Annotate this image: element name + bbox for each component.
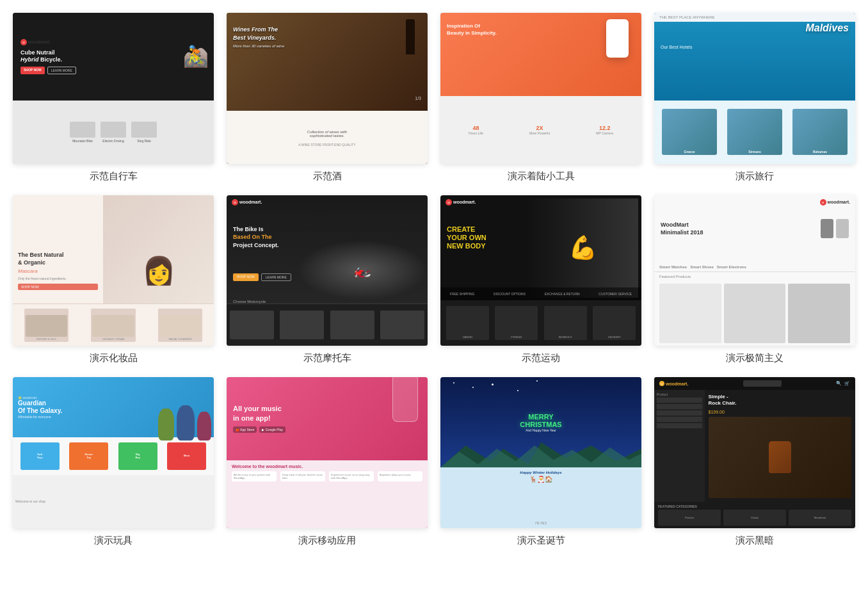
travel-destinations: Greece Sirmans Bahamas (654, 101, 855, 164)
card-label-gadget: 演示着陆小工具 (508, 170, 575, 182)
card-label-cosmetics: 演示化妆品 (90, 352, 138, 364)
card-label-motorcycle: 示范摩托车 (303, 352, 351, 364)
music-store-btns: 🍎 App Store ▶ Google Play (233, 426, 285, 433)
card-image-bicycle: w woodmart. Cube NutrailHybrid Bicycle. … (13, 13, 214, 164)
minimal-featured-items (654, 281, 855, 346)
dark-product-image (709, 417, 852, 498)
card-image-cosmetics: The Best Natural& Organic Mascara Only t… (13, 195, 214, 346)
moto-logo: w woodmart. (232, 199, 262, 206)
dark-footer: FEATURED CATEGORIES Product Clocks Woodm… (654, 502, 855, 528)
toys-hero-text: GuardianOf The Galaxy. (18, 400, 62, 415)
card-image-travel: THE BEST PLACE ANYWHERE Maldives Our Bes… (654, 13, 855, 164)
card-image-music: All your musicin one app! 🍎 App Store ▶ … (227, 377, 428, 528)
music-hero-text: All your musicin one app! (233, 404, 285, 423)
card-image-sport: w woodmart. CREATEYOUR OWNNEW BODY 💪 FRE… (440, 195, 641, 346)
moto-bike-icon: 🏍️ (297, 240, 428, 300)
minimal-featured: Featured Products (654, 271, 855, 281)
card-image-gadget: Inspiration OfBeauty in Simplicity. 48 H… (440, 13, 641, 164)
sport-hero-text: CREATEYOUR OWNNEW BODY (447, 225, 486, 251)
dark-price: $199.00 (709, 410, 852, 414)
gadget-hero-text: Inspiration OfBeauty in Simplicity. (447, 22, 497, 36)
bicycle-hero-text: Cube NutrailHybrid Bicycle. (20, 49, 206, 64)
cosmetics-btn: SHOP NOW (18, 284, 98, 290)
card-label-wine: 示范酒 (313, 170, 342, 182)
card-image-minimal: w woodmart. WoodMartMinimalist 2018 Smar… (654, 195, 855, 346)
toys-subtitle: Affordable for everyone (18, 415, 62, 419)
gadget-stats: 48 Hours Life 2X More Powerful 12.2 MP C… (440, 96, 641, 164)
card-image-dark: w woodmart. 🔍 🛒 Product (654, 377, 855, 528)
cosmetics-subtitle: Mascara (18, 268, 98, 274)
music-features: Welcome to the woodmart music. All the m… (227, 460, 428, 528)
card-label-music: 演示移动应用 (298, 535, 356, 547)
card-label-travel: 演示旅行 (735, 170, 774, 182)
demo-grid: w woodmart. Cube NutrailHybrid Bicycle. … (13, 13, 855, 547)
travel-subtext: Our Best Hotels (661, 45, 692, 49)
music-welcome-text: Welcome to the woodmart music. (232, 464, 422, 469)
bicycle-btn-shop: SHOP NOW (20, 67, 45, 74)
xmas-hero-text: MERRYCHRISTMAS And Happy New Year (520, 413, 561, 432)
sport-person-icon: 💪 (527, 198, 638, 298)
dark-header: w woodmart. 🔍 🛒 (654, 377, 855, 390)
bicycle-btn-learn: LEARN MORE (47, 67, 76, 74)
bicycle-footer: Mountain Bike Electric Driving Sing Ride (13, 101, 214, 164)
cosmetics-person-icon: 👩 (142, 255, 175, 286)
card-label-toys: 演示玩具 (94, 535, 133, 547)
music-phone-mockup (392, 377, 418, 422)
card-wine[interactable]: Wines From TheBest Vineyards.More than 3… (227, 13, 428, 182)
sport-features: FREE SHIPPING DISCOUNT OPTIONS EXCHANGE … (440, 287, 641, 300)
wine-counter: 1/3 (415, 96, 421, 101)
moto-categories (227, 303, 428, 346)
card-music[interactable]: All your musicin one app! 🍎 App Store ▶ … (227, 377, 428, 547)
card-christmas[interactable]: MERRYCHRISTMAS And Happy New Year Happy … (440, 377, 641, 547)
card-dark[interactable]: w woodmart. 🔍 🛒 Product (654, 377, 855, 547)
toys-bottom: Welcome to our shop (13, 475, 214, 528)
card-motorcycle[interactable]: w woodmart. The Bike IsBased On TheProje… (227, 195, 428, 365)
sport-categories: CARDIO FITNESS WORKOUT CROSSFIT (440, 300, 641, 346)
travel-hero-text: Maldives (805, 22, 849, 34)
card-label-bicycle: 示范自行车 (90, 170, 138, 182)
wine-hero-text: Wines From TheBest Vineyards.More than 3… (233, 26, 284, 50)
card-label-christmas: 演示圣诞节 (517, 535, 565, 547)
minimal-logo: w woodmart. (820, 199, 850, 206)
toys-categories: SoftToys HectorToy BigBoy More (13, 437, 214, 475)
card-image-christmas: MERRYCHRISTMAS And Happy New Year Happy … (440, 377, 641, 528)
card-label-sport: 示范运动 (522, 352, 560, 364)
card-cosmetics[interactable]: The Best Natural& Organic Mascara Only t… (13, 195, 214, 365)
cosmetics-desc: Only the finest natural ingredients. (18, 277, 98, 281)
dark-hero-text: Simple -Rock Chair. (709, 394, 852, 407)
card-image-motorcycle: w woodmart. The Bike IsBased On TheProje… (227, 195, 428, 346)
xmas-app-text: ПК ЛЕЗ (440, 521, 641, 525)
wine-collection-text: A WINE STORE FRONT-END QUALITY (298, 143, 355, 147)
minimal-products-label: Smart Watches Smart Shoes Smart Electron… (654, 263, 855, 271)
moto-buttons: SHOP NOW LEARN MORE (233, 273, 291, 281)
dark-content: Product Simple -Rock Chair. $199.00 (654, 390, 855, 502)
card-image-wine: Wines From TheBest Vineyards.More than 3… (227, 13, 428, 164)
wine-bottom-text: Collection of wines withsophisticated ta… (305, 127, 350, 140)
card-sport[interactable]: w woodmart. CREATEYOUR OWNNEW BODY 💪 FRE… (440, 195, 641, 365)
card-label-dark: 演示黑暗 (735, 535, 774, 547)
xmas-bottom: Happy Winter Holidays 🦌🎅🏠 ПК ЛЕЗ (440, 467, 641, 528)
card-bicycle[interactable]: w woodmart. Cube NutrailHybrid Bicycle. … (13, 13, 214, 182)
card-image-toys: 🌟 woodmart. GuardianOf The Galaxy. Affor… (13, 377, 214, 528)
moto-hero-text: The Bike IsBased On TheProject Concept. (233, 225, 279, 250)
card-gadget[interactable]: Inspiration OfBeauty in Simplicity. 48 H… (440, 13, 641, 182)
wm-logo-bicycle: w woodmart. (20, 39, 206, 45)
sport-logo: w woodmart. (446, 199, 476, 206)
card-minimal[interactable]: w woodmart. WoodMartMinimalist 2018 Smar… (654, 195, 855, 365)
card-travel[interactable]: THE BEST PLACE ANYWHERE Maldives Our Bes… (654, 13, 855, 182)
cosmetics-products: SERUMS & OILS ORGANIC CREAM FACIAL CLEAN… (13, 303, 214, 346)
card-toys[interactable]: 🌟 woodmart. GuardianOf The Galaxy. Affor… (13, 377, 214, 547)
card-label-minimal: 演示极简主义 (726, 352, 784, 364)
cosmetics-hero-text: The Best Natural& Organic (18, 251, 98, 267)
bicycle-icon: 🚵 (183, 44, 209, 69)
